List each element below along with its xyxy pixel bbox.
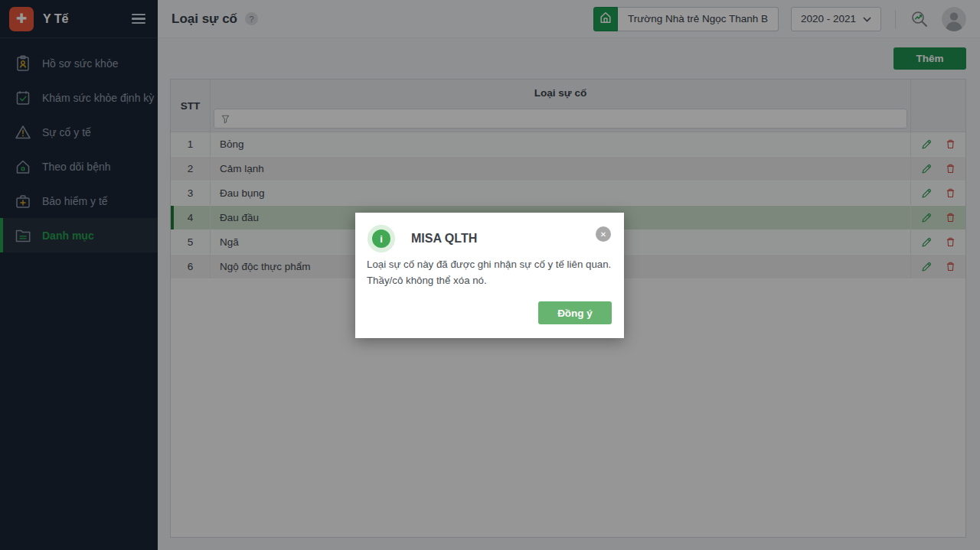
info-icon: i	[368, 225, 395, 252]
dialog-message: Loại sự cố này đã được ghi nhận sự cố y …	[367, 256, 615, 288]
dialog-message-line2: Thầy/cô không thể xóa nó.	[367, 275, 487, 286]
app-screen: ✚ Y Tế Hồ sơ sức khỏe	[0, 0, 980, 550]
close-icon[interactable]: ✕	[596, 226, 611, 242]
confirm-button[interactable]: Đồng ý	[538, 301, 612, 324]
confirmation-dialog: i MISA QLTH ✕ Loại sự cố này đã được ghi…	[355, 213, 624, 338]
dialog-message-line1: Loại sự cố này đã được ghi nhận sự cố y …	[367, 259, 611, 270]
dialog-title: MISA QLTH	[411, 232, 477, 246]
